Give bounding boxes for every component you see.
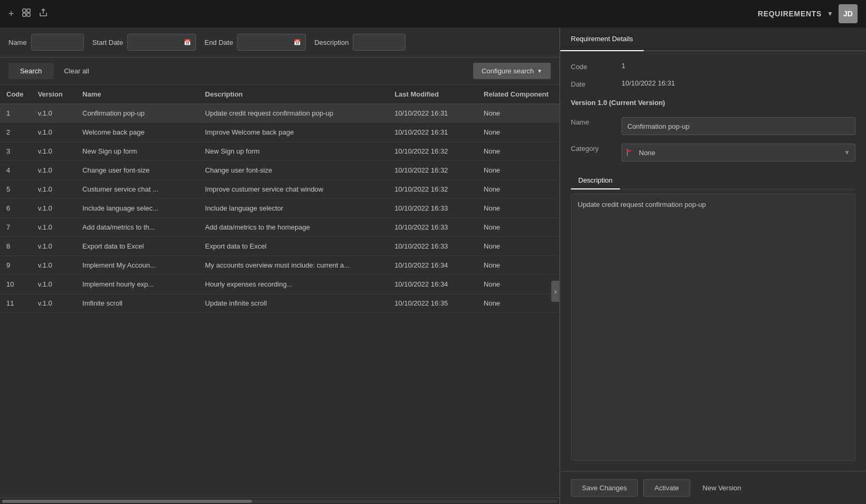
end-date-input[interactable]: 📅 <box>237 34 306 51</box>
category-label: Category <box>571 144 613 153</box>
cell-description: Include language selector <box>199 199 388 218</box>
right-panel-tabs: Requirement Details <box>560 27 866 51</box>
configure-search-button[interactable]: Configure search ▼ <box>473 63 551 79</box>
expand-icon[interactable] <box>22 8 31 20</box>
avatar[interactable]: JD <box>839 4 858 23</box>
col-header-last-modified: Last Modified <box>388 85 477 104</box>
search-button[interactable]: Search <box>8 63 53 79</box>
svg-rect-1 <box>27 9 30 12</box>
start-date-label: Start Date <box>92 39 124 46</box>
cell-related: None <box>477 180 559 199</box>
cell-related: None <box>477 199 559 218</box>
description-label: Description <box>314 39 349 46</box>
cell-related: None <box>477 218 559 237</box>
cell-related: None <box>477 256 559 275</box>
table-row[interactable]: 9v.1.0Implement My Accoun...My accounts … <box>0 256 559 275</box>
cell-lastModified: 10/10/2022 16:34 <box>388 275 477 294</box>
cell-lastModified: 10/10/2022 16:34 <box>388 256 477 275</box>
cell-name: Imfinite scroll <box>76 294 199 313</box>
cell-code: 4 <box>0 161 32 180</box>
table-row[interactable]: 8v.1.0Export data to ExcelExport data to… <box>0 237 559 256</box>
share-icon[interactable] <box>39 8 48 20</box>
cell-related: None <box>477 123 559 142</box>
collapse-handle[interactable] <box>551 281 559 302</box>
table-row[interactable]: 7v.1.0Add data/metrics to th...Add data/… <box>0 218 559 237</box>
cell-lastModified: 10/10/2022 16:31 <box>388 104 477 123</box>
name-field[interactable] <box>622 117 855 135</box>
name-label-detail: Name <box>571 117 613 126</box>
cell-name: Implement hourly exp... <box>76 275 199 294</box>
cell-version: v.1.0 <box>32 142 76 161</box>
date-label: Date <box>571 79 613 88</box>
cell-code: 6 <box>0 199 32 218</box>
save-changes-button[interactable]: Save Changes <box>571 479 638 497</box>
table-row[interactable]: 5v.1.0Custumer service chat ...Improve c… <box>0 180 559 199</box>
cell-related: None <box>477 104 559 123</box>
cell-version: v.1.0 <box>32 180 76 199</box>
description-input[interactable] <box>353 34 406 51</box>
cell-description: Add data/metrics to the homepage <box>199 218 388 237</box>
cell-code: 3 <box>0 142 32 161</box>
scrollbar-track <box>2 500 557 503</box>
table-row[interactable]: 6v.1.0Include language selec...Include l… <box>0 199 559 218</box>
col-header-code: Code <box>0 85 32 104</box>
cell-lastModified: 10/10/2022 16:32 <box>388 142 477 161</box>
cell-lastModified: 10/10/2022 16:33 <box>388 237 477 256</box>
horizontal-scrollbar[interactable] <box>0 498 559 504</box>
cell-description: New Sign up form <box>199 142 388 161</box>
table-row[interactable]: 11v.1.0Imfinite scrollUpdate infinite sc… <box>0 294 559 313</box>
cell-related: None <box>477 294 559 313</box>
right-footer: Save Changes Activate New Version <box>560 471 866 504</box>
cell-description: Update credit request confirmation pop-u… <box>199 104 388 123</box>
tab-requirement-details[interactable]: Requirement Details <box>560 27 644 51</box>
flag-icon <box>626 148 634 157</box>
date-row: Date 10/10/2022 16:31 <box>571 79 855 88</box>
scrollbar-thumb[interactable] <box>2 500 252 503</box>
table-row[interactable]: 1v.1.0Confirmation pop-upUpdate credit r… <box>0 104 559 123</box>
cell-description: Hourly expenses recording... <box>199 275 388 294</box>
cell-version: v.1.0 <box>32 275 76 294</box>
calendar-icon: 📅 <box>184 39 191 46</box>
col-header-version: Version <box>32 85 76 104</box>
configure-search-label: Configure search <box>482 67 534 75</box>
cell-lastModified: 10/10/2022 16:35 <box>388 294 477 313</box>
cell-version: v.1.0 <box>32 218 76 237</box>
cell-code: 9 <box>0 256 32 275</box>
top-nav-left: + <box>8 8 48 20</box>
table-row[interactable]: 4v.1.0Change user font-sizeChange user f… <box>0 161 559 180</box>
svg-rect-0 <box>23 9 26 12</box>
cell-lastModified: 10/10/2022 16:32 <box>388 180 477 199</box>
cell-name: Change user font-size <box>76 161 199 180</box>
cell-description: Improve Welcome back page <box>199 123 388 142</box>
description-tab[interactable]: Description <box>571 172 620 189</box>
version-header: Version 1.0 (Current Version) <box>571 99 855 107</box>
left-panel: Name Start Date 📅 End Date 📅 Description <box>0 27 560 504</box>
search-bar: Search Clear all Configure search ▼ <box>0 58 559 85</box>
app-chevron-icon[interactable]: ▼ <box>827 10 833 17</box>
cell-description: Update infinite scroll <box>199 294 388 313</box>
name-row: Name <box>571 117 855 135</box>
new-version-button[interactable]: New Version <box>695 480 749 496</box>
right-panel-content: Code 1 Date 10/10/2022 16:31 Version 1.0… <box>560 51 866 471</box>
table-row[interactable]: 10v.1.0Implement hourly exp...Hourly exp… <box>0 275 559 294</box>
requirements-table: Code Version Name Description Last Modif… <box>0 85 559 313</box>
description-content[interactable]: Update credit request confirmation pop-u… <box>571 194 855 461</box>
table-row[interactable]: 2v.1.0Welcome back pageImprove Welcome b… <box>0 123 559 142</box>
start-date-input[interactable]: 📅 <box>127 34 196 51</box>
name-input[interactable] <box>31 34 84 51</box>
add-icon[interactable]: + <box>8 8 14 20</box>
cell-lastModified: 10/10/2022 16:31 <box>388 123 477 142</box>
filter-bar: Name Start Date 📅 End Date 📅 Description <box>0 27 559 58</box>
clear-all-button[interactable]: Clear all <box>60 65 93 77</box>
requirements-table-container: Code Version Name Description Last Modif… <box>0 85 559 498</box>
table-row[interactable]: 3v.1.0New Sign up formNew Sign up form10… <box>0 142 559 161</box>
app-label: REQUIREMENTS <box>758 9 822 18</box>
cell-name: Confirmation pop-up <box>76 104 199 123</box>
col-header-related-component: Related Component <box>477 85 559 104</box>
cell-name: Include language selec... <box>76 199 199 218</box>
cell-version: v.1.0 <box>32 199 76 218</box>
description-filter-group: Description <box>314 34 406 51</box>
activate-button[interactable]: Activate <box>643 479 690 497</box>
category-select[interactable]: None High Medium Low <box>622 144 855 161</box>
cell-description: Improve custumer service chat window <box>199 180 388 199</box>
